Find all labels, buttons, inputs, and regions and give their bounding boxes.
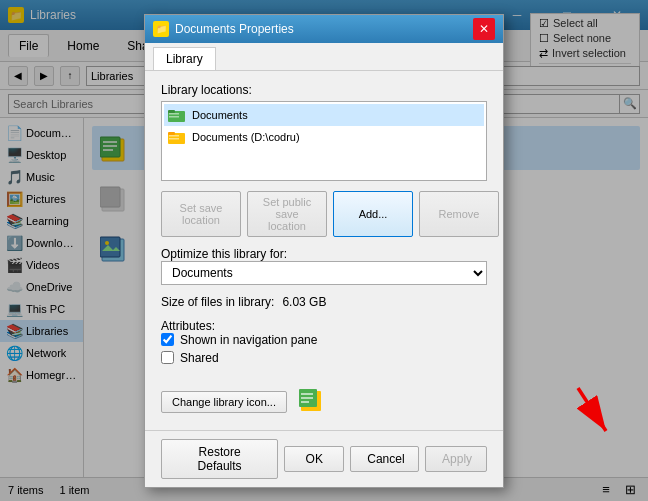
shown-in-nav-row: Shown in navigation pane	[161, 333, 487, 347]
attributes-label: Attributes:	[161, 319, 215, 333]
cancel-button[interactable]: Cancel	[350, 446, 419, 472]
folder-yellow-icon	[168, 129, 186, 145]
icon-section: Change library icon...	[161, 383, 487, 418]
optimize-select[interactable]: Documents	[161, 261, 487, 285]
shown-in-nav-checkbox[interactable]	[161, 333, 174, 346]
modal-footer: Restore Defaults OK Cancel Apply	[145, 430, 503, 487]
svg-rect-22	[301, 397, 313, 399]
svg-rect-18	[169, 138, 179, 140]
library-tab[interactable]: Library	[153, 47, 216, 70]
svg-rect-21	[301, 393, 313, 395]
locations-section: Library locations: Documents	[161, 83, 487, 181]
size-label: Size of files in library:	[161, 295, 274, 309]
shared-label: Shared	[180, 351, 219, 365]
location-text-documents: Documents	[192, 109, 248, 121]
svg-rect-13	[169, 113, 179, 115]
modal-body: Library locations: Documents	[145, 71, 503, 430]
svg-rect-23	[301, 401, 309, 403]
location-item-documents[interactable]: Documents	[164, 104, 484, 126]
locations-label: Library locations:	[161, 83, 487, 97]
modal-titlebar: 📁 Documents Properties ✕	[145, 15, 503, 43]
svg-line-25	[578, 388, 606, 431]
modal-close-button[interactable]: ✕	[473, 18, 495, 40]
modal-tabs: Library	[145, 43, 503, 71]
svg-rect-16	[168, 132, 175, 135]
set-save-location-button[interactable]: Set save location	[161, 191, 241, 237]
modal-title: Documents Properties	[175, 22, 473, 36]
modal-overlay: 📁 Documents Properties ✕ Library Library…	[0, 0, 648, 501]
restore-defaults-button[interactable]: Restore Defaults	[161, 439, 278, 479]
modal-icon: 📁	[153, 21, 169, 37]
change-icon-button[interactable]: Change library icon...	[161, 391, 287, 413]
locations-list[interactable]: Documents Documents (D:\codru)	[161, 101, 487, 181]
documents-properties-dialog: 📁 Documents Properties ✕ Library Library…	[144, 14, 504, 488]
folder-green-icon	[168, 107, 186, 123]
shared-checkbox[interactable]	[161, 351, 174, 364]
optimize-label: Optimize this library for:	[161, 247, 487, 261]
location-buttons: Set save location Set public save locati…	[161, 191, 487, 237]
attributes-section: Attributes: Shown in navigation pane Sha…	[161, 319, 487, 369]
red-arrow-indicator	[568, 383, 618, 443]
set-public-save-location-button[interactable]: Set public save location	[247, 191, 327, 237]
location-item-d-codru[interactable]: Documents (D:\codru)	[164, 126, 484, 148]
remove-button[interactable]: Remove	[419, 191, 499, 237]
optimize-section: Optimize this library for: Documents	[161, 247, 487, 285]
apply-button[interactable]: Apply	[425, 446, 487, 472]
svg-rect-17	[169, 135, 179, 137]
svg-rect-12	[168, 110, 175, 113]
library-icon-preview	[299, 383, 331, 418]
add-button[interactable]: Add...	[333, 191, 413, 237]
location-text-d-codru: Documents (D:\codru)	[192, 131, 300, 143]
ok-button[interactable]: OK	[284, 446, 344, 472]
svg-rect-14	[169, 116, 179, 118]
size-section: Size of files in library: 6.03 GB	[161, 295, 487, 309]
shared-row: Shared	[161, 351, 487, 365]
size-value: 6.03 GB	[282, 295, 326, 309]
shown-in-nav-label: Shown in navigation pane	[180, 333, 317, 347]
